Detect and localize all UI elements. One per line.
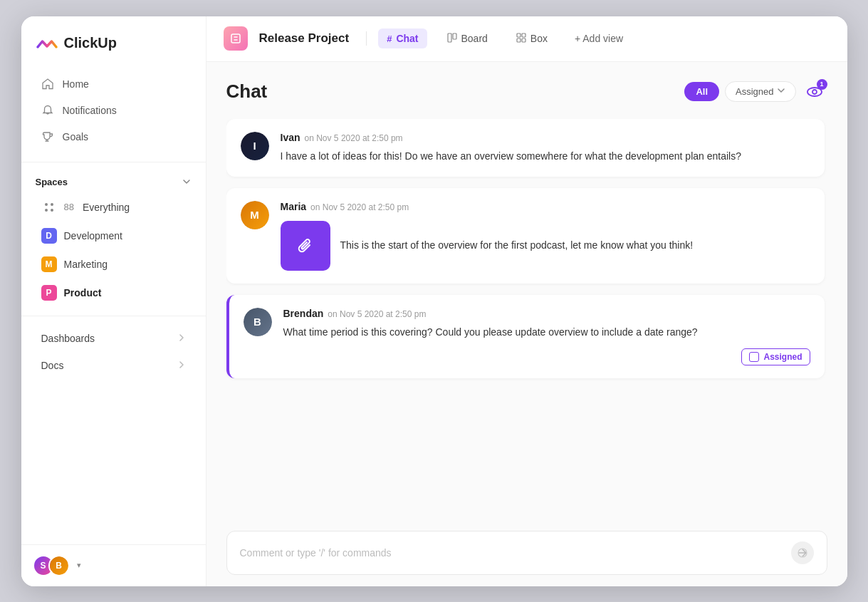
assigned-row-brendan: Assigned (283, 348, 810, 365)
svg-rect-8 (522, 33, 525, 37)
sidebar-item-everything[interactable]: 88 Everything (27, 194, 200, 221)
add-view-button[interactable]: + Add view (568, 28, 630, 48)
filter-dropdown-chevron (777, 86, 785, 97)
main-content: Release Project # Chat Board (206, 16, 847, 586)
filter-assigned-dropdown[interactable]: Assigned (725, 81, 795, 102)
svg-rect-4 (231, 34, 240, 43)
filter-all-button[interactable]: All (684, 82, 719, 101)
tab-chat[interactable]: # Chat (378, 28, 427, 48)
message-author-maria: Maria (281, 201, 307, 212)
svg-point-2 (45, 209, 48, 212)
filter-row: All Assigned 1 (684, 79, 827, 105)
sidebar-item-docs[interactable]: Docs (27, 353, 200, 378)
message-body-brendan: Brendan on Nov 5 2020 at 2:50 pm What ti… (283, 308, 810, 365)
svg-rect-10 (522, 38, 525, 42)
docs-chevron-icon (177, 360, 186, 371)
message-time-maria: on Nov 5 2020 at 2:50 pm (310, 202, 409, 212)
dashboards-label: Dashboards (41, 333, 95, 344)
everything-count-label: 88 (64, 202, 74, 212)
svg-rect-7 (517, 33, 521, 37)
message-text-brendan: What time period is this covering? Could… (283, 325, 810, 340)
board-tab-icon (447, 33, 457, 45)
chat-title: Chat (226, 81, 268, 103)
spaces-chevron-icon (182, 177, 192, 187)
filter-assigned-label: Assigned (736, 86, 773, 97)
paperclip-icon (296, 236, 315, 256)
spaces-label: Spaces (36, 177, 68, 187)
comment-input-bar[interactable]: Comment or type '/' for commands (226, 531, 827, 575)
tab-separator (366, 31, 367, 46)
project-icon (224, 26, 248, 51)
sidebar-item-home[interactable]: Home (27, 71, 200, 97)
tab-chat-label: Chat (396, 33, 418, 44)
sidebar-item-goals[interactable]: Goals (27, 124, 200, 150)
user-dropdown-arrow[interactable]: ▾ (77, 561, 81, 570)
marketing-label: Marketing (64, 259, 108, 270)
sidebar-bottom-user[interactable]: S B ▾ (21, 544, 206, 586)
message-body-maria: Maria on Nov 5 2020 at 2:50 pm This is t… (281, 201, 810, 271)
chat-header-row: Chat All Assigned (226, 79, 827, 105)
message-author-brendan: Brendan (283, 308, 324, 319)
user-avatar-group: S B (33, 555, 70, 576)
assigned-checkbox[interactable] (749, 352, 759, 362)
svg-rect-9 (517, 38, 521, 42)
tab-box[interactable]: Box (508, 28, 556, 49)
tab-board-label: Board (461, 33, 488, 44)
home-label: Home (63, 78, 89, 90)
watch-button[interactable]: 1 (802, 79, 827, 105)
home-icon (41, 78, 54, 90)
app-container: ClickUp Home Notifications (21, 16, 847, 586)
message-meta-ivan: Ivan on Nov 5 2020 at 2:50 pm (281, 132, 810, 143)
box-tab-icon (516, 33, 526, 45)
svg-rect-5 (448, 33, 451, 42)
message-meta-brendan: Brendan on Nov 5 2020 at 2:50 pm (283, 308, 810, 319)
message-card-maria: M Maria on Nov 5 2020 at 2:50 pm (226, 188, 825, 284)
svg-point-3 (51, 209, 53, 212)
product-label: Product (64, 287, 102, 299)
spaces-section-header[interactable]: Spaces (21, 171, 206, 193)
development-label: Development (64, 230, 123, 242)
messages-list: I Ivan on Nov 5 2020 at 2:50 pm I have a… (226, 119, 827, 522)
sidebar-item-product[interactable]: P Product (27, 279, 200, 306)
svg-point-0 (45, 203, 48, 206)
sidebar-item-dashboards[interactable]: Dashboards (27, 326, 200, 351)
sidebar-item-notifications[interactable]: Notifications (27, 98, 200, 123)
svg-rect-6 (453, 33, 456, 39)
development-space-icon: D (41, 228, 57, 244)
message-body-ivan: Ivan on Nov 5 2020 at 2:50 pm I have a l… (281, 132, 810, 164)
sidebar-item-marketing[interactable]: M Marketing (27, 251, 200, 278)
tab-box-label: Box (530, 33, 548, 44)
comment-placeholder[interactable]: Comment or type '/' for commands (240, 547, 784, 559)
watch-badge: 1 (817, 79, 827, 90)
avatar-maria: M (241, 201, 269, 229)
avatar-ivan: I (241, 132, 269, 160)
send-icon[interactable] (791, 541, 814, 564)
add-view-label: + Add view (575, 33, 623, 44)
divider-2 (21, 316, 206, 316)
message-text-ivan: I have a lot of ideas for this! Do we ha… (281, 149, 810, 164)
message-time-ivan: on Nov 5 2020 at 2:50 pm (305, 133, 403, 143)
everything-label: Everything (83, 202, 130, 213)
sidebar-item-development[interactable]: D Development (27, 222, 200, 249)
docs-label: Docs (41, 360, 64, 371)
chat-area: Chat All Assigned (206, 62, 847, 586)
assigned-badge[interactable]: Assigned (741, 348, 810, 365)
attachment-text-maria: This is the start of the overview for th… (340, 238, 694, 253)
goals-label: Goals (63, 131, 89, 142)
tab-board[interactable]: Board (439, 28, 496, 49)
assigned-label: Assigned (763, 352, 802, 362)
svg-point-1 (51, 203, 53, 206)
message-card-ivan: I Ivan on Nov 5 2020 at 2:50 pm I have a… (226, 119, 825, 177)
attachment-icon-box[interactable] (281, 221, 330, 271)
app-name: ClickUp (64, 35, 117, 51)
avatar-brendan: B (244, 308, 272, 336)
project-title: Release Project (259, 31, 350, 46)
top-bar: Release Project # Chat Board (206, 16, 847, 62)
trophy-icon (41, 130, 54, 143)
svg-point-12 (812, 90, 817, 94)
sidebar-navigation: Home Notifications (21, 68, 206, 153)
chat-tab-hash-icon: # (387, 33, 392, 44)
avatar-user2: B (48, 555, 70, 576)
notifications-label: Notifications (63, 105, 117, 116)
message-meta-maria: Maria on Nov 5 2020 at 2:50 pm (281, 201, 810, 212)
